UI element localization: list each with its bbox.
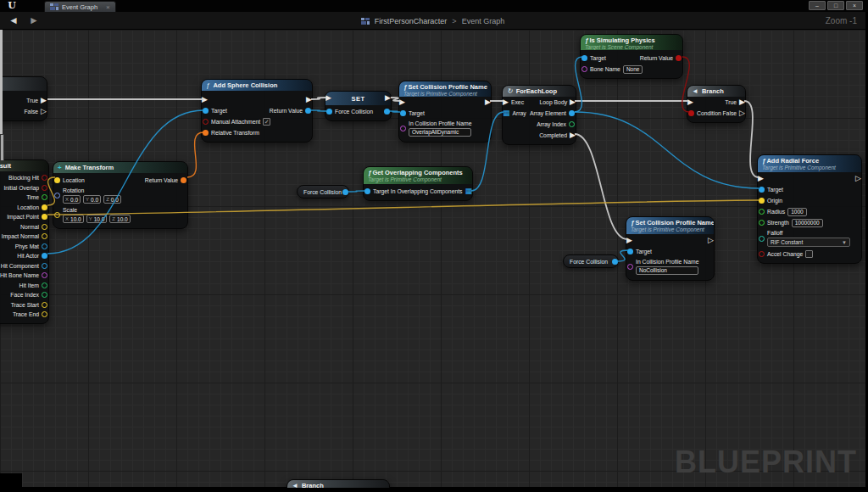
target-pin[interactable] <box>759 187 765 193</box>
exec-pin[interactable]: ▶ <box>503 98 509 106</box>
node-hit-result[interactable]: Hit ResultBlocking HitInitial OverlapTim… <box>0 159 49 324</box>
in-overlapping-components-pin[interactable]: ▦ <box>465 187 472 195</box>
tab-event-graph[interactable]: Event Graph × <box>44 1 116 12</box>
origin-pin[interactable] <box>759 198 765 204</box>
node-header[interactable]: ƒGet Overlapping ComponentsTarget is Pri… <box>364 167 472 184</box>
trace-end-pin[interactable] <box>42 311 47 317</box>
scale-x-field[interactable]: X10.0 <box>63 215 84 223</box>
in-collision-profile-name-pin[interactable] <box>627 264 633 270</box>
pin-pin[interactable] <box>384 109 390 115</box>
impact-normal-pin[interactable] <box>42 233 47 239</box>
minimize-button[interactable]: – <box>809 1 826 10</box>
node-get-overlapping-components[interactable]: ƒGet Overlapping ComponentsTarget is Pri… <box>363 166 473 201</box>
face-index-pin[interactable] <box>42 292 47 298</box>
location-pin[interactable] <box>42 204 47 210</box>
return-value-pin[interactable] <box>676 55 682 61</box>
true-pin[interactable]: ▶ <box>41 97 47 104</box>
in-collision-profile-name-field[interactable]: OverlapAllDynamic <box>409 128 471 137</box>
pin-pin[interactable]: ▶ <box>399 98 405 106</box>
pin-pin[interactable]: ▷ <box>855 175 861 182</box>
in-collision-profile-name-pin[interactable] <box>400 126 406 131</box>
node-header[interactable]: ƒIs Simulating PhysicsTarget is Scene Co… <box>581 35 682 50</box>
hit-item-pin[interactable] <box>42 282 47 288</box>
radius-pin[interactable] <box>759 209 765 215</box>
target-pin[interactable] <box>364 188 370 194</box>
node-header[interactable]: ƒAdd Sphere Collision <box>202 80 312 91</box>
node-branch[interactable]: ◄Branch▶True▶ConditionFalse▷ <box>687 85 746 123</box>
return-value-pin[interactable] <box>305 108 311 114</box>
false-pin[interactable]: ▷ <box>739 109 745 117</box>
phys-mat-pin[interactable] <box>42 243 47 249</box>
blocking-hit-pin[interactable] <box>42 175 47 181</box>
scale-y-field[interactable]: Y10.0 <box>86 215 108 223</box>
variable-getter-force-collision[interactable]: Force Collision <box>297 185 349 198</box>
radius-field[interactable]: 1000 <box>787 208 806 216</box>
hit-bone-name-pin[interactable] <box>42 272 47 278</box>
node-add-radial-force[interactable]: ƒAdd Radial ForceTarget is Primitive Com… <box>757 154 862 264</box>
array-pin[interactable]: ▦ <box>503 109 510 117</box>
rotation-x-field[interactable]: X0.0 <box>63 195 81 204</box>
false-pin[interactable]: ▷ <box>41 108 47 115</box>
pin-pin[interactable]: ▶ <box>758 175 764 182</box>
impact-point-pin[interactable] <box>42 214 47 220</box>
node-header[interactable]: ƒSet Collision Profile NameTarget is Pri… <box>626 217 714 234</box>
rotation-z-field[interactable]: Z0.0 <box>103 195 121 204</box>
node-set-collision-profile-name-2[interactable]: ƒSet Collision Profile NameTarget is Pri… <box>626 216 715 281</box>
node-header[interactable]: +Make Transform <box>53 162 187 173</box>
force-collision-pin[interactable] <box>612 259 618 265</box>
initial-overlap-pin[interactable] <box>42 185 47 191</box>
force-collision-pin[interactable] <box>326 109 332 115</box>
location-pin[interactable] <box>54 177 60 183</box>
exec-out-pin[interactable]: ▶ <box>385 94 391 102</box>
normal-pin[interactable] <box>42 224 47 230</box>
true-pin[interactable]: ▶ <box>739 98 745 106</box>
node-header[interactable]: ↻ForEachLoop <box>503 86 576 97</box>
condition-pin[interactable] <box>688 110 694 116</box>
pin-pin[interactable]: ▶ <box>202 96 208 103</box>
strength-pin[interactable] <box>759 220 765 226</box>
node-header[interactable]: ◄Branch <box>687 86 745 97</box>
target-pin[interactable] <box>627 249 633 254</box>
breadcrumb-current[interactable]: Event Graph <box>462 17 505 25</box>
manual-attachment-pin[interactable] <box>203 119 209 125</box>
maximize-button[interactable]: □ <box>827 1 844 10</box>
target-pin[interactable] <box>400 110 406 116</box>
loop-body-pin[interactable]: ▶ <box>570 98 576 106</box>
collapsed-panel-tab[interactable] <box>0 134 4 161</box>
hit-actor-pin[interactable] <box>42 253 47 259</box>
pin-pin[interactable]: ▶ <box>687 98 693 106</box>
node-add-sphere-collision[interactable]: ƒAdd Sphere Collision▶▶TargetReturn Valu… <box>201 79 313 143</box>
force-collision-pin[interactable] <box>342 189 348 195</box>
scale-z-field[interactable]: Z10.0 <box>109 215 130 223</box>
array-element-pin[interactable] <box>569 110 575 116</box>
falloff-dropdown[interactable]: RIF Constant▼ <box>767 238 850 247</box>
array-index-pin[interactable] <box>569 121 575 127</box>
manual-attachment-checkbox[interactable]: ✓ <box>263 118 270 126</box>
in-collision-profile-name-field[interactable]: NoCollision <box>636 266 698 275</box>
node-header[interactable]: SET▶▶ <box>326 92 391 105</box>
variable-getter-force-collision[interactable]: Force Collision <box>563 254 619 268</box>
bone-name-field[interactable]: None <box>623 65 643 74</box>
close-button[interactable]: × <box>846 1 863 10</box>
breadcrumb-root[interactable]: FirstPersonCharacter <box>375 17 448 25</box>
tab-close-icon[interactable]: × <box>106 3 110 11</box>
relative-transform-pin[interactable] <box>203 130 209 136</box>
exec-in-pin[interactable]: ▶ <box>326 94 331 102</box>
time-pin[interactable] <box>42 194 47 200</box>
pin-pin[interactable]: ▷ <box>708 237 714 244</box>
rotation-y-field[interactable]: Y0.0 <box>83 195 101 204</box>
node-branch-clipped[interactable]: ◄Branch▶True▶ConditionFalse▷ <box>0 76 47 121</box>
falloff-pin[interactable] <box>759 236 765 242</box>
hit-component-pin[interactable] <box>42 263 47 269</box>
node-set-force-collision[interactable]: SET▶▶Force Collision <box>325 91 392 121</box>
accel-change-checkbox[interactable] <box>805 250 813 258</box>
trace-start-pin[interactable] <box>42 302 47 308</box>
rotation-pin[interactable] <box>54 193 60 198</box>
node-make-transform[interactable]: +Make TransformLocationReturn ValueRotat… <box>53 161 188 229</box>
target-pin[interactable] <box>203 108 209 114</box>
node-header[interactable]: ƒSet Collision Profile NameTarget is Pri… <box>399 81 491 97</box>
strength-field[interactable]: 10000000 <box>792 219 823 227</box>
pin-pin[interactable]: ▶ <box>306 96 312 103</box>
completed-pin[interactable]: ▶ <box>570 131 576 139</box>
pin-pin[interactable]: ▶ <box>626 237 632 244</box>
